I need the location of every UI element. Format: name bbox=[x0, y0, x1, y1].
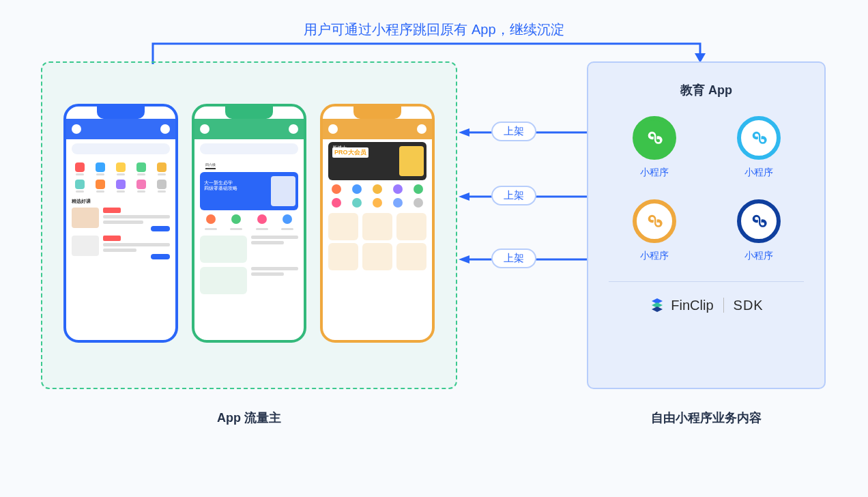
menu-icon bbox=[72, 124, 81, 134]
publish-label: 上架 bbox=[491, 248, 536, 268]
miniprogram-label: 小程序 bbox=[744, 167, 773, 179]
right-caption: 自由小程序业务内容 bbox=[587, 410, 826, 426]
phone-mockup-blue: 精选好课 bbox=[63, 104, 178, 343]
promo-banner: 雁博士 PRO大会员 bbox=[328, 142, 426, 180]
avatar-icon bbox=[289, 124, 298, 134]
left-caption: App 流量主 bbox=[41, 410, 457, 426]
miniprogram-grid: 小程序 小程序 小程序 小程序 bbox=[588, 98, 824, 269]
architecture-diagram: 用户可通过小程序跳回原有 App，继续沉淀 bbox=[0, 0, 868, 497]
avatar-icon bbox=[160, 124, 170, 134]
phone-mockup-green: 四六级 大一新生必学四级零基础攻略 bbox=[192, 104, 306, 343]
miniprogram-item: 小程序 bbox=[616, 199, 693, 262]
finclip-mark-icon bbox=[649, 297, 665, 313]
miniprogram-label: 小程序 bbox=[640, 250, 669, 262]
avatar-icon bbox=[417, 124, 426, 134]
miniprogram-icon bbox=[737, 116, 781, 160]
svg-marker-6 bbox=[459, 255, 469, 264]
phone-header bbox=[194, 119, 304, 139]
divider bbox=[723, 298, 724, 313]
svg-marker-4 bbox=[459, 193, 469, 201]
miniprogram-icon bbox=[633, 199, 676, 243]
course-row bbox=[72, 236, 170, 259]
publish-label: 上架 bbox=[491, 186, 536, 205]
sdk-label: SDK bbox=[734, 298, 764, 313]
miniprogram-item: 小程序 bbox=[616, 116, 693, 179]
search-bar bbox=[200, 143, 298, 154]
app-traffic-panel: 精选好课 bbox=[41, 61, 457, 389]
miniprogram-label: 小程序 bbox=[640, 167, 669, 179]
finclip-brand: FinClip bbox=[671, 298, 713, 313]
right-title: 教育 App bbox=[588, 82, 824, 98]
course-row bbox=[72, 208, 170, 231]
tab-row: 四六级 bbox=[200, 162, 298, 169]
search-bar bbox=[72, 143, 170, 154]
miniprogram-item: 小程序 bbox=[720, 116, 797, 179]
phone-mockups: 精选好课 bbox=[42, 63, 456, 356]
miniprogram-icon bbox=[737, 199, 781, 243]
phone-header bbox=[66, 119, 175, 139]
sdk-row: FinClip SDK bbox=[609, 281, 804, 313]
svg-marker-2 bbox=[459, 128, 469, 137]
phone-mockup-orange: 雁博士 PRO大会员 bbox=[320, 104, 435, 343]
phone-header bbox=[323, 119, 432, 139]
menu-icon bbox=[200, 124, 209, 134]
miniprogram-item: 小程序 bbox=[720, 199, 797, 262]
miniprogram-label: 小程序 bbox=[744, 250, 773, 262]
finclip-logo: FinClip bbox=[649, 297, 713, 313]
publish-label: 上架 bbox=[491, 122, 536, 141]
content-cards bbox=[328, 213, 426, 240]
top-caption: 用户可通过小程序跳回原有 App，继续沉淀 bbox=[0, 20, 868, 39]
education-app-panel: 教育 App 小程序 小程序 小程序 bbox=[587, 61, 826, 389]
promo-banner: 大一新生必学四级零基础攻略 bbox=[200, 172, 298, 210]
menu-icon bbox=[328, 124, 338, 134]
section-title: 精选好课 bbox=[72, 198, 170, 205]
miniprogram-icon bbox=[633, 116, 676, 160]
category-grid bbox=[72, 162, 170, 193]
